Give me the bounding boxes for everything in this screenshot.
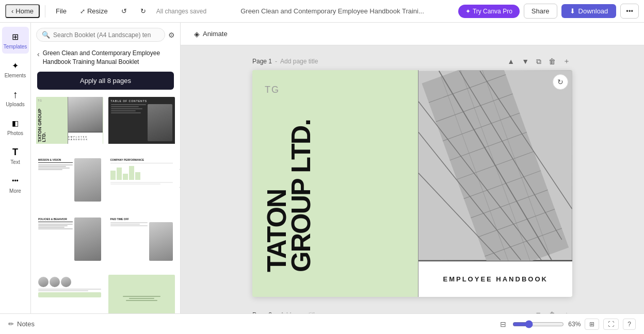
file-button[interactable]: File	[51, 5, 72, 17]
download-button[interactable]: ⬇ Download	[561, 4, 617, 18]
template-title-area: ‹ Green Clean and Contemporary Employee …	[31, 45, 180, 68]
template-title: Green Clean and Contemporary Employee Ha…	[43, 49, 174, 66]
template-thumb-contents[interactable]: TABLE OF CONTENTS	[107, 96, 176, 152]
zoom-percent: 63%	[568, 321, 581, 328]
sidebar-item-templates[interactable]: ⊞ Templates	[2, 27, 29, 54]
share-label: Share	[532, 7, 550, 15]
sidebar-more-label: More	[9, 188, 21, 194]
undo-icon: ↺	[121, 7, 127, 15]
resize-button[interactable]: ⤢ Resize	[75, 5, 113, 17]
animate-label: Animate	[203, 30, 228, 38]
download-label: Download	[578, 7, 608, 15]
search-input[interactable]	[53, 31, 159, 39]
top-bar: ‹ Home File ⤢ Resize ↺ ↻ All changes sav…	[0, 0, 644, 23]
document-title: Green Clean and Contemporary Employee Ha…	[210, 7, 455, 15]
share-button[interactable]: Share	[524, 4, 557, 19]
elements-icon: ✦	[10, 60, 21, 71]
template-thumb-cover[interactable]: TG TATON GROUP LTD. EMPLOYEE HANDBOOK	[35, 96, 104, 152]
search-area: 🔍 ⚙	[31, 23, 180, 45]
template-thumb-paid-time[interactable]: PAID TIME OFF	[107, 214, 176, 271]
resize-icon: ⤢	[80, 8, 85, 15]
zoom-slider[interactable]	[512, 320, 564, 328]
refresh-button[interactable]: ↻	[553, 74, 568, 90]
canvas-area: ◈ Animate Page 1 - Add page title ▲ ▼ ⧉	[181, 23, 644, 334]
more-options-button[interactable]: •••	[620, 4, 639, 19]
main-layout: ⊞ Templates ✦ Elements ↑ Uploads ◧ Photo…	[0, 23, 644, 334]
divider1	[45, 5, 45, 18]
apply-all-label: Apply all 8 pages	[80, 77, 131, 85]
search-box[interactable]: 🔍	[36, 28, 165, 42]
redo-icon: ↻	[140, 7, 146, 15]
page1-left-panel: TG TATON GROUP LTD.	[252, 70, 418, 297]
page1-controls: ▲ ▼ ⧉ 🗑 ＋	[505, 56, 572, 67]
fullscreen-button[interactable]: ⛶	[603, 319, 619, 330]
more-icon: •••	[10, 175, 21, 187]
uploads-icon: ↑	[10, 89, 21, 100]
topbar-right-actions: ✦ Try Canva Pro Share ⬇ Download •••	[458, 4, 639, 19]
search-icon: 🔍	[42, 31, 50, 39]
sidebar-item-uploads[interactable]: ↑ Uploads	[2, 85, 29, 111]
tg-text: TG	[265, 85, 406, 95]
grid-view-button[interactable]: ⊞	[585, 319, 599, 330]
undo-button[interactable]: ↺	[116, 5, 132, 17]
company-name: TATON GROUP LTD.	[265, 95, 406, 272]
sidebar-item-more[interactable]: ••• More	[2, 171, 29, 198]
sidebar-item-photos[interactable]: ◧ Photos	[2, 113, 29, 140]
more-icon: •••	[626, 7, 633, 15]
handbook-label: EMPLOYEE HANDBOOK	[443, 275, 548, 283]
download-icon: ⬇	[570, 7, 575, 15]
page1-copy-button[interactable]: ⧉	[534, 56, 543, 67]
apply-all-button[interactable]: Apply all 8 pages	[37, 72, 174, 90]
page1-label: Page 1	[252, 58, 272, 65]
saved-status: All changes saved	[156, 8, 206, 15]
home-button[interactable]: ‹ Home	[5, 4, 40, 18]
template-thumb-mission[interactable]: MISSION & VISION	[35, 155, 104, 211]
page1-title-row: Page 1 - Add page title	[252, 58, 318, 65]
templates-icon: ⊞	[10, 31, 21, 42]
photos-icon: ◧	[10, 118, 21, 129]
template-thumb-policies[interactable]: POLICIES & BEHAVIOR	[35, 214, 104, 271]
page1-header: Page 1 - Add page title ▲ ▼ ⧉ 🗑 ＋	[252, 56, 572, 67]
resize-label: Resize	[87, 7, 108, 15]
page1-canvas: TG TATON GROUP LTD.	[252, 70, 572, 297]
chevron-left-icon: ‹	[11, 7, 13, 15]
building-svg	[418, 70, 572, 261]
file-label: File	[56, 7, 67, 15]
sidebar-uploads-label: Uploads	[6, 102, 25, 107]
page1-down-button[interactable]: ▼	[520, 56, 531, 66]
help-button[interactable]: ?	[623, 319, 636, 330]
template-grid: TG TATON GROUP LTD. EMPLOYEE HANDBOOK	[31, 94, 180, 334]
building-photo	[418, 70, 572, 261]
try-canva-pro-button[interactable]: ✦ Try Canva Pro	[458, 5, 520, 18]
page1-separator: -	[275, 58, 277, 65]
star-icon: ✦	[465, 8, 471, 15]
sidebar-text-label: Text	[10, 159, 20, 165]
page1-add-button[interactable]: ＋	[561, 56, 572, 67]
animate-button[interactable]: ◈ Animate	[189, 27, 233, 41]
page1-up-button[interactable]: ▲	[505, 56, 517, 66]
sidebar-icons: ⊞ Templates ✦ Elements ↑ Uploads ◧ Photo…	[0, 23, 31, 334]
bottom-bar: ✏ Notes ⊟ 63% ⊞ ⛶ ?	[181, 313, 644, 334]
filter-icon: ⚙	[168, 31, 175, 39]
back-button[interactable]: ‹	[37, 49, 40, 58]
redo-button[interactable]: ↻	[135, 5, 151, 17]
sidebar-templates-label: Templates	[4, 44, 27, 49]
text-icon: T	[10, 146, 21, 158]
sidebar-elements-label: Elements	[5, 73, 26, 78]
page1-add-title[interactable]: Add page title	[280, 58, 318, 65]
sidebar-photos-label: Photos	[7, 130, 23, 136]
animate-icon: ◈	[194, 30, 200, 38]
sidebar-item-text[interactable]: T Text	[2, 142, 29, 169]
templates-panel: 🔍 ⚙ ‹ Green Clean and Contemporary Emplo…	[31, 23, 181, 334]
zoom-area: ⊟ 63% ⊞ ⛶ ?	[498, 319, 636, 330]
sidebar-item-elements[interactable]: ✦ Elements	[2, 56, 29, 82]
home-label: Home	[15, 7, 34, 15]
filter-button[interactable]: ⚙	[168, 31, 175, 39]
animate-toolbar: ◈ Animate	[181, 23, 644, 45]
page1-bottom: EMPLOYEE HANDBOOK	[418, 261, 572, 297]
page1-delete-button[interactable]: 🗑	[546, 56, 558, 66]
page1-wrapper: Page 1 - Add page title ▲ ▼ ⧉ 🗑 ＋	[191, 56, 634, 297]
template-thumb-performance[interactable]: COMPANY PERFORMANCE	[107, 155, 176, 211]
try-canva-pro-label: Try Canva Pro	[473, 8, 512, 15]
show-pages-button[interactable]: ⊟	[498, 319, 508, 329]
